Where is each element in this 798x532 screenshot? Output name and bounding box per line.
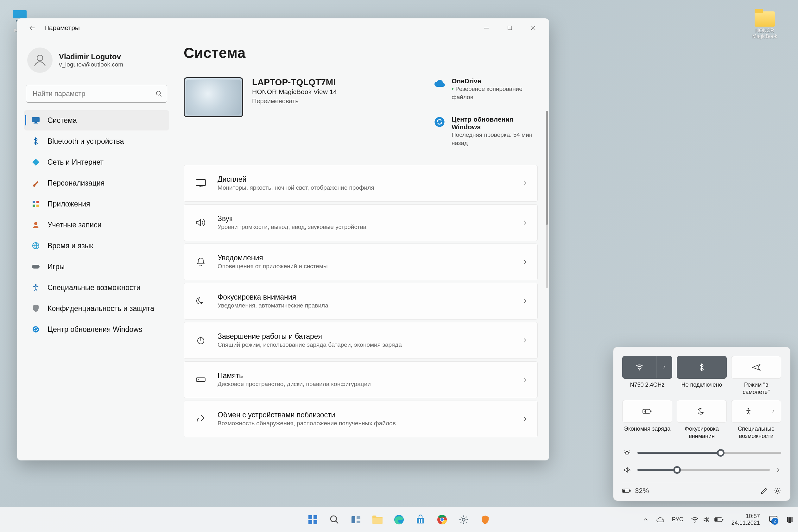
bluetooth-icon — [699, 363, 705, 372]
settings-card-2[interactable]: УведомленияОповещения от приложений и си… — [184, 244, 538, 280]
start-button[interactable] — [303, 510, 322, 529]
quick-tile-wifi[interactable] — [622, 356, 672, 379]
sidebar-item-label: Приложения — [48, 200, 90, 208]
quick-tile-moon[interactable] — [677, 400, 727, 423]
svg-rect-34 — [314, 515, 317, 519]
svg-point-50 — [440, 518, 444, 521]
desktop-folder-honor[interactable]: HONOR MagicBook — [744, 9, 785, 39]
brightness-slider-row — [622, 449, 781, 457]
scrollbar-thumb[interactable] — [546, 111, 548, 225]
maximize-icon — [508, 26, 512, 30]
back-button[interactable] — [25, 21, 39, 35]
search-button[interactable] — [325, 510, 344, 529]
sidebar-item-2[interactable]: Сеть и Интернет — [24, 152, 169, 172]
desktop-folder-label1: HONOR — [744, 28, 785, 34]
settings-gear-button[interactable] — [774, 487, 781, 495]
search-box[interactable] — [26, 85, 167, 102]
profile-block[interactable]: Vladimir Logutov v_logutov@outlook.com — [24, 41, 169, 82]
device-rename-link[interactable]: Переименовать — [252, 97, 337, 105]
status-item-1[interactable]: Центр обновления WindowsПоследняя провер… — [433, 116, 538, 147]
chevron-right-icon — [522, 377, 528, 382]
settings-card-6[interactable]: Обмен с устройствами поблизостиВозможнос… — [184, 401, 538, 437]
profile-email: v_logutov@outlook.com — [59, 61, 123, 68]
tray-chevron-button[interactable] — [643, 517, 648, 522]
cloud-icon — [433, 77, 446, 90]
settings-card-4[interactable]: Завершение работы и батареяСпящий режим,… — [184, 322, 538, 359]
sidebar-item-3[interactable]: Персонализация — [24, 173, 169, 193]
quick-tile-bluetooth[interactable] — [677, 356, 727, 379]
task-view-button[interactable] — [346, 510, 365, 529]
bell-icon — [193, 254, 208, 269]
maximize-button[interactable] — [498, 20, 521, 36]
quick-tile-airplane[interactable] — [731, 356, 781, 379]
scrollbar[interactable] — [546, 111, 548, 288]
search-input[interactable] — [33, 90, 155, 98]
settings-card-3[interactable]: Фокусировка вниманияУведомления, автомат… — [184, 283, 538, 320]
sidebar-item-7[interactable]: Игры — [24, 256, 169, 277]
sidebar-item-4[interactable]: Приложения — [24, 194, 169, 214]
notification-button[interactable]: 2 — [767, 514, 779, 525]
tray-clock[interactable]: 10:57 24.11.2021 — [732, 513, 760, 526]
sidebar-item-label: Персонализация — [48, 179, 104, 188]
volume-slider[interactable] — [638, 469, 770, 471]
svg-rect-47 — [421, 521, 422, 523]
edit-quick-button[interactable] — [760, 487, 768, 495]
monitor-icon — [193, 176, 208, 191]
settings-card-0[interactable]: ДисплейМониторы, яркость, ночной свет, о… — [184, 165, 538, 202]
minimize-button[interactable] — [475, 20, 498, 36]
chevron-right-icon[interactable] — [765, 400, 781, 422]
profile-name: Vladimir Logutov — [59, 52, 123, 61]
sidebar-item-8[interactable]: Специальные возможности — [24, 278, 169, 298]
notification-badge: 2 — [772, 518, 778, 525]
bluetooth-icon — [31, 136, 40, 146]
settings-card-1[interactable]: ЗвукУровни громкости, вывод, ввод, звуко… — [184, 204, 538, 241]
tray-language[interactable]: РУС — [672, 516, 683, 523]
svg-point-17 — [35, 284, 37, 286]
status-sub: Последняя проверка: 54 мин назад — [452, 131, 538, 147]
sidebar-item-1[interactable]: Bluetooth и устройства — [24, 131, 169, 151]
sidebar-item-10[interactable]: Центр обновления Windows — [24, 319, 169, 340]
sidebar-item-6[interactable]: Время и язык — [24, 235, 169, 256]
svg-rect-13 — [36, 205, 39, 207]
quick-tile-label: N750 2.4GHz — [622, 381, 672, 395]
explorer-button[interactable] — [368, 510, 387, 529]
sidebar-item-5[interactable]: Учетные записи — [24, 215, 169, 235]
sidebar-item-label: Игры — [48, 263, 64, 271]
chrome-button[interactable] — [433, 510, 452, 529]
svg-rect-22 — [196, 378, 205, 382]
close-button[interactable] — [522, 20, 545, 36]
settings-taskbar-button[interactable] — [454, 510, 473, 529]
globe-icon — [31, 241, 40, 250]
quick-tile-label: Экономия заряда — [622, 425, 672, 439]
quick-settings-flyout: N750 2.4GHzНе подключеноРежим "в самолет… — [613, 347, 791, 501]
volume-mute-icon[interactable] — [622, 466, 632, 474]
moon-icon — [193, 294, 208, 308]
tray-network-block[interactable] — [691, 516, 724, 523]
store-button[interactable] — [411, 510, 430, 529]
device-tile[interactable]: LAPTOP-TQLQT7MI HONOR MagicBook View 14 … — [184, 77, 415, 147]
settings-card-5[interactable]: ПамятьДисковое пространство, диски, прав… — [184, 361, 538, 398]
update-icon — [31, 325, 40, 334]
quick-tile-battery-saver[interactable] — [622, 400, 672, 423]
tray-onedrive-icon[interactable] — [656, 517, 664, 522]
quick-tile-accessibility[interactable] — [731, 400, 781, 423]
svg-point-51 — [462, 518, 465, 521]
brightness-slider[interactable] — [638, 452, 781, 454]
sidebar-item-0[interactable]: Система — [24, 110, 169, 131]
pcmanager-button[interactable] — [476, 510, 495, 529]
tray-brand-icon[interactable]: I▮I — [786, 515, 792, 524]
chevron-right-icon[interactable] — [776, 467, 781, 473]
svg-rect-46 — [419, 521, 420, 523]
close-icon — [531, 25, 536, 31]
page-heading: Система — [184, 44, 538, 61]
device-name: LAPTOP-TQLQT7MI — [252, 77, 337, 88]
card-sub: Мониторы, яркость, ночной свет, отображе… — [217, 184, 513, 191]
sidebar-item-9[interactable]: Конфиденциальность и защита — [24, 298, 169, 319]
share-icon — [193, 412, 208, 426]
edge-button[interactable] — [390, 510, 408, 529]
svg-rect-45 — [421, 519, 422, 521]
chevron-right-icon[interactable] — [656, 356, 672, 378]
status-item-0[interactable]: OneDriveРезервное копирование файлов — [433, 77, 538, 101]
svg-rect-43 — [417, 518, 424, 524]
svg-point-32 — [777, 490, 778, 492]
